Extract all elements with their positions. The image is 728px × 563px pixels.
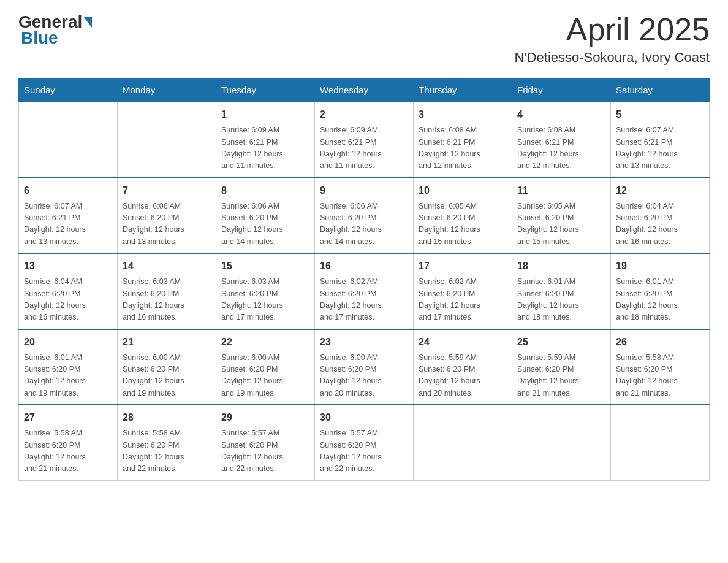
- day-info: Sunrise: 5:57 AM Sunset: 6:20 PM Dayligh…: [320, 427, 408, 475]
- day-info: Sunrise: 6:06 AM Sunset: 6:20 PM Dayligh…: [320, 201, 408, 248]
- day-number: 25: [517, 335, 605, 350]
- calendar-cell: [512, 405, 611, 480]
- calendar-cell: 19Sunrise: 6:01 AM Sunset: 6:20 PM Dayli…: [611, 253, 710, 329]
- day-number: 12: [616, 183, 704, 198]
- day-number: 21: [123, 335, 211, 350]
- day-info: Sunrise: 5:58 AM Sunset: 6:20 PM Dayligh…: [616, 352, 704, 400]
- day-number: 16: [320, 259, 408, 274]
- day-number: 2: [320, 107, 408, 122]
- day-number: 8: [221, 183, 309, 198]
- day-info: Sunrise: 5:59 AM Sunset: 6:20 PM Dayligh…: [419, 352, 507, 400]
- day-number: 22: [221, 335, 309, 350]
- day-info: Sunrise: 6:00 AM Sunset: 6:20 PM Dayligh…: [320, 352, 408, 400]
- day-info: Sunrise: 6:08 AM Sunset: 6:21 PM Dayligh…: [419, 124, 507, 172]
- calendar-cell: 20Sunrise: 6:01 AM Sunset: 6:20 PM Dayli…: [19, 329, 118, 405]
- day-info: Sunrise: 6:09 AM Sunset: 6:21 PM Dayligh…: [320, 124, 408, 172]
- calendar-cell: 9Sunrise: 6:06 AM Sunset: 6:20 PM Daylig…: [315, 178, 414, 254]
- week-row-1: 1Sunrise: 6:09 AM Sunset: 6:21 PM Daylig…: [19, 102, 710, 178]
- day-number: 18: [517, 259, 605, 274]
- calendar-cell: 1Sunrise: 6:09 AM Sunset: 6:21 PM Daylig…: [216, 102, 315, 178]
- header-thursday: Thursday: [414, 79, 512, 102]
- day-info: Sunrise: 6:03 AM Sunset: 6:20 PM Dayligh…: [123, 276, 211, 324]
- calendar-cell: 10Sunrise: 6:05 AM Sunset: 6:20 PM Dayli…: [414, 178, 512, 254]
- day-number: 10: [419, 183, 507, 198]
- calendar-cell: 17Sunrise: 6:02 AM Sunset: 6:20 PM Dayli…: [414, 253, 512, 329]
- day-info: Sunrise: 6:07 AM Sunset: 6:21 PM Dayligh…: [616, 124, 704, 172]
- day-number: 19: [616, 259, 704, 274]
- calendar-cell: 26Sunrise: 5:58 AM Sunset: 6:20 PM Dayli…: [611, 329, 710, 405]
- header-friday: Friday: [512, 79, 611, 102]
- day-number: 14: [123, 259, 211, 274]
- calendar-cell: 11Sunrise: 6:05 AM Sunset: 6:20 PM Dayli…: [512, 178, 611, 254]
- day-number: 15: [221, 259, 309, 274]
- day-info: Sunrise: 6:06 AM Sunset: 6:20 PM Dayligh…: [123, 201, 211, 248]
- calendar-cell: 6Sunrise: 6:07 AM Sunset: 6:21 PM Daylig…: [19, 178, 118, 254]
- day-number: 27: [24, 410, 112, 425]
- calendar-cell: 14Sunrise: 6:03 AM Sunset: 6:20 PM Dayli…: [118, 253, 216, 329]
- day-number: 1: [221, 107, 309, 122]
- logo-arrow-icon: [83, 17, 92, 28]
- calendar-table: Sunday Monday Tuesday Wednesday Thursday…: [18, 78, 710, 481]
- calendar-cell: 2Sunrise: 6:09 AM Sunset: 6:21 PM Daylig…: [315, 102, 414, 178]
- calendar-cell: 29Sunrise: 5:57 AM Sunset: 6:20 PM Dayli…: [216, 405, 315, 480]
- calendar-cell: 23Sunrise: 6:00 AM Sunset: 6:20 PM Dayli…: [315, 329, 414, 405]
- month-title: April 2025: [515, 12, 710, 47]
- day-info: Sunrise: 6:01 AM Sunset: 6:20 PM Dayligh…: [517, 276, 605, 324]
- day-number: 4: [517, 107, 605, 122]
- day-number: 3: [419, 107, 507, 122]
- logo: General Blue: [18, 12, 93, 48]
- day-info: Sunrise: 6:02 AM Sunset: 6:20 PM Dayligh…: [419, 276, 507, 324]
- day-info: Sunrise: 6:00 AM Sunset: 6:20 PM Dayligh…: [123, 352, 211, 400]
- calendar-cell: [19, 102, 118, 178]
- week-row-5: 27Sunrise: 5:58 AM Sunset: 6:20 PM Dayli…: [19, 405, 710, 480]
- day-info: Sunrise: 6:01 AM Sunset: 6:20 PM Dayligh…: [616, 276, 704, 324]
- calendar-cell: 5Sunrise: 6:07 AM Sunset: 6:21 PM Daylig…: [611, 102, 710, 178]
- header-wednesday: Wednesday: [315, 79, 414, 102]
- day-info: Sunrise: 6:07 AM Sunset: 6:21 PM Dayligh…: [24, 201, 112, 248]
- day-number: 7: [123, 183, 211, 198]
- header-tuesday: Tuesday: [216, 79, 315, 102]
- week-row-3: 13Sunrise: 6:04 AM Sunset: 6:20 PM Dayli…: [19, 253, 710, 329]
- logo-blue-text: Blue: [21, 28, 58, 48]
- day-info: Sunrise: 6:04 AM Sunset: 6:20 PM Dayligh…: [616, 201, 704, 248]
- calendar-cell: 25Sunrise: 5:59 AM Sunset: 6:20 PM Dayli…: [512, 329, 611, 405]
- calendar-cell: [611, 405, 710, 480]
- day-number: 20: [24, 335, 112, 350]
- day-number: 24: [419, 335, 507, 350]
- day-number: 26: [616, 335, 704, 350]
- calendar-cell: 30Sunrise: 5:57 AM Sunset: 6:20 PM Dayli…: [315, 405, 414, 480]
- calendar-cell: 18Sunrise: 6:01 AM Sunset: 6:20 PM Dayli…: [512, 253, 611, 329]
- day-number: 30: [320, 410, 408, 425]
- day-number: 5: [616, 107, 704, 122]
- day-info: Sunrise: 6:02 AM Sunset: 6:20 PM Dayligh…: [320, 276, 408, 324]
- week-row-2: 6Sunrise: 6:07 AM Sunset: 6:21 PM Daylig…: [19, 178, 710, 254]
- header-row: Sunday Monday Tuesday Wednesday Thursday…: [19, 79, 710, 102]
- day-info: Sunrise: 5:58 AM Sunset: 6:20 PM Dayligh…: [123, 427, 211, 475]
- day-info: Sunrise: 6:05 AM Sunset: 6:20 PM Dayligh…: [517, 201, 605, 248]
- day-info: Sunrise: 5:59 AM Sunset: 6:20 PM Dayligh…: [517, 352, 605, 400]
- day-info: Sunrise: 6:01 AM Sunset: 6:20 PM Dayligh…: [24, 352, 112, 400]
- calendar-cell: 7Sunrise: 6:06 AM Sunset: 6:20 PM Daylig…: [118, 178, 216, 254]
- title-area: April 2025 N'Detiesso-Sokoura, Ivory Coa…: [515, 12, 710, 66]
- day-info: Sunrise: 6:08 AM Sunset: 6:21 PM Dayligh…: [517, 124, 605, 172]
- day-number: 23: [320, 335, 408, 350]
- calendar-cell: 13Sunrise: 6:04 AM Sunset: 6:20 PM Dayli…: [19, 253, 118, 329]
- day-info: Sunrise: 6:04 AM Sunset: 6:20 PM Dayligh…: [24, 276, 112, 324]
- calendar-cell: 15Sunrise: 6:03 AM Sunset: 6:20 PM Dayli…: [216, 253, 315, 329]
- day-number: 6: [24, 183, 112, 198]
- calendar-cell: 24Sunrise: 5:59 AM Sunset: 6:20 PM Dayli…: [414, 329, 512, 405]
- day-number: 9: [320, 183, 408, 198]
- day-number: 28: [123, 410, 211, 425]
- day-info: Sunrise: 6:03 AM Sunset: 6:20 PM Dayligh…: [221, 276, 309, 324]
- calendar-cell: 21Sunrise: 6:00 AM Sunset: 6:20 PM Dayli…: [118, 329, 216, 405]
- header-monday: Monday: [118, 79, 216, 102]
- day-info: Sunrise: 6:09 AM Sunset: 6:21 PM Dayligh…: [221, 124, 309, 172]
- week-row-4: 20Sunrise: 6:01 AM Sunset: 6:20 PM Dayli…: [19, 329, 710, 405]
- day-info: Sunrise: 6:05 AM Sunset: 6:20 PM Dayligh…: [419, 201, 507, 248]
- day-number: 11: [517, 183, 605, 198]
- calendar-cell: 4Sunrise: 6:08 AM Sunset: 6:21 PM Daylig…: [512, 102, 611, 178]
- calendar-cell: 3Sunrise: 6:08 AM Sunset: 6:21 PM Daylig…: [414, 102, 512, 178]
- calendar-cell: 16Sunrise: 6:02 AM Sunset: 6:20 PM Dayli…: [315, 253, 414, 329]
- calendar-cell: 27Sunrise: 5:58 AM Sunset: 6:20 PM Dayli…: [19, 405, 118, 480]
- day-info: Sunrise: 6:00 AM Sunset: 6:20 PM Dayligh…: [221, 352, 309, 400]
